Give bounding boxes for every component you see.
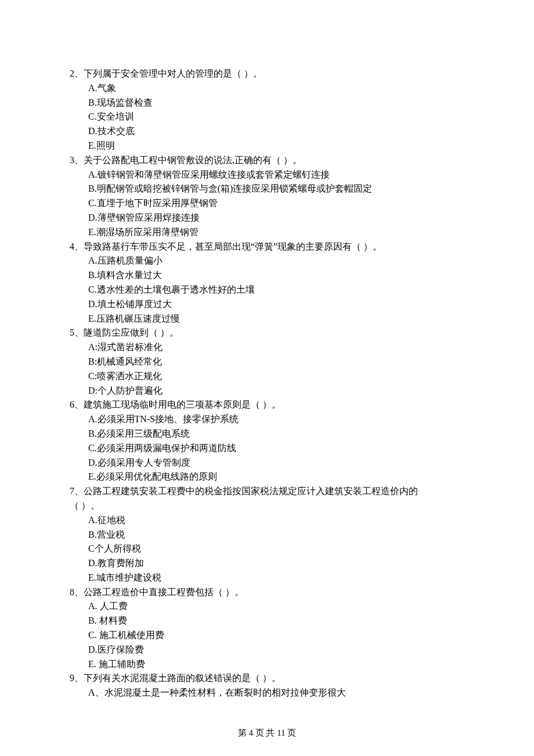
options-list: A:湿式凿岩标准化B:机械通风经常化C:喷雾洒水正规化D:个人防护普遍化	[70, 340, 464, 398]
option: C.安全培训	[88, 110, 464, 124]
option: C.透水性差的土壤包裹于透水性好的土壤	[88, 283, 464, 297]
option: C:喷雾洒水正规化	[88, 369, 464, 384]
questions-container: 2、下列属于安全管理中对人的管理的是（ ）。A.气象B.现场监督检查C.安全培训…	[70, 67, 464, 700]
question-stem-text: 公路工程建筑安装工程费中的税金指按国家税法规定应计入建筑安装工程造价内的	[84, 486, 418, 496]
options-list: A.征地税B.营业税C个人所得税D.教育费附加E.城市维护建设税	[70, 513, 464, 585]
option: E.城市维护建设税	[88, 571, 464, 585]
question: 9、下列有关水泥混凝土路面的叙述错误的是（ ）。A、水泥混凝土是一种柔性材料，在…	[70, 671, 464, 700]
option: D:个人防护普遍化	[88, 384, 464, 398]
option: C. 施工机械使用费	[88, 628, 464, 643]
question-stem: 9、下列有关水泥混凝土路面的叙述错误的是（ ）。	[70, 671, 464, 686]
option: D.技术交底	[88, 124, 464, 139]
option: B.现场监督检查	[88, 96, 464, 110]
option: A.必须采用TN-S接地、接零保护系统	[88, 412, 464, 427]
question-number: 4、	[70, 242, 84, 251]
question-stem-text: 公路工程造价中直接工程费包括（ ）。	[84, 587, 244, 597]
option: B:机械通风经常化	[88, 355, 464, 369]
option: A.镀锌钢管和薄壁钢管应采用螺纹连接或套管紧定螺钉连接	[88, 168, 464, 182]
footer-page-number: 4	[248, 728, 253, 737]
question-stem-text: 下列属于安全管理中对人的管理的是（ ）。	[84, 69, 262, 78]
question-stem: 8、公路工程造价中直接工程费包括（ ）。	[70, 585, 464, 600]
option: E.压路机碾压速度过慢	[88, 312, 464, 326]
option: E. 施工辅助费	[88, 657, 464, 672]
option: E.潮湿场所应采用薄壁钢管	[88, 225, 464, 240]
options-list: A、水泥混凝土是一种柔性材料，在断裂时的相对拉伸变形很大	[70, 686, 464, 700]
option: E.必须采用优化配电线路的原则	[88, 470, 464, 484]
option: B.营业税	[88, 528, 464, 542]
question: 8、公路工程造价中直接工程费包括（ ）。A. 人工费B. 材料费C. 施工机械使…	[70, 585, 464, 672]
question-number: 6、	[70, 399, 84, 409]
options-list: A.压路机质量偏小B.填料含水量过大C.透水性差的土壤包裹于透水性好的土壤D.填…	[70, 254, 464, 326]
options-list: A.气象B.现场监督检查C.安全培训D.技术交底E.照明	[70, 81, 464, 153]
question-stem: 4、导致路基行车带压实不足，甚至局部出现“弹簧”现象的主要原因有（ ）。	[70, 240, 464, 254]
option: C个人所得税	[88, 542, 464, 556]
option: A.征地税	[88, 513, 464, 528]
question-number: 5、	[70, 327, 84, 337]
question: 4、导致路基行车带压实不足，甚至局部出现“弹簧”现象的主要原因有（ ）。A.压路…	[70, 240, 464, 326]
footer-middle: 页 共	[253, 728, 277, 737]
document-page: 2、下列属于安全管理中对人的管理的是（ ）。A.气象B.现场监督检查C.安全培训…	[0, 0, 534, 756]
question-stem-text: 建筑施工现场临时用电的三项基本原则是（ ）。	[84, 399, 281, 409]
question-stem: 3、关于公路配电工程中钢管敷设的说法,正确的有（ ）。	[70, 153, 464, 168]
question: 5、隧道防尘应做到（ ）。A:湿式凿岩标准化B:机械通风经常化C:喷雾洒水正规化…	[70, 326, 464, 398]
footer-total-pages: 11	[277, 728, 285, 737]
option: E.照明	[88, 139, 464, 153]
question-number: 7、	[70, 486, 84, 496]
option: B.必须采用三级配电系统	[88, 427, 464, 441]
option: A、水泥混凝土是一种柔性材料，在断裂时的相对拉伸变形很大	[88, 686, 464, 700]
option: D.必须采用专人专管制度	[88, 456, 464, 470]
footer-suffix: 页	[286, 728, 297, 737]
question-number: 2、	[70, 69, 84, 78]
question-stem-text: 关于公路配电工程中钢管敷设的说法,正确的有（ ）。	[84, 155, 302, 165]
option: D.医疗保险费	[88, 643, 464, 657]
option: B. 材料费	[88, 614, 464, 628]
option: D.教育费附加	[88, 556, 464, 571]
question-stem: 7、公路工程建筑安装工程费中的税金指按国家税法规定应计入建筑安装工程造价内的	[70, 484, 464, 499]
question: 2、下列属于安全管理中对人的管理的是（ ）。A.气象B.现场监督检查C.安全培训…	[70, 67, 464, 153]
question: 3、关于公路配电工程中钢管敷设的说法,正确的有（ ）。A.镀锌钢管和薄壁钢管应采…	[70, 153, 464, 240]
option: C.直埋于地下时应采用厚壁钢管	[88, 196, 464, 211]
question-stem-continuation: （ ）。	[70, 499, 464, 513]
question-stem: 5、隧道防尘应做到（ ）。	[70, 326, 464, 340]
question-number: 9、	[70, 673, 84, 683]
option: A. 人工费	[88, 599, 464, 614]
option: A.压路机质量偏小	[88, 254, 464, 268]
option: C.必须采用两级漏电保护和两道防线	[88, 441, 464, 456]
options-list: A. 人工费B. 材料费C. 施工机械使用费D.医疗保险费E. 施工辅助费	[70, 599, 464, 671]
options-list: A.镀锌钢管和薄壁钢管应采用螺纹连接或套管紧定螺钉连接B.明配钢管或暗挖被锌钢管…	[70, 168, 464, 240]
option: B.明配钢管或暗挖被锌钢管与盒(箱)连接应采用锁紧螺母或护套帽固定	[88, 182, 464, 196]
footer-prefix: 第	[238, 728, 249, 737]
question-number: 8、	[70, 587, 84, 597]
question-stem: 2、下列属于安全管理中对人的管理的是（ ）。	[70, 67, 464, 81]
option: D.薄壁钢管应采用焊接连接	[88, 211, 464, 225]
option: B.填料含水量过大	[88, 268, 464, 283]
question-number: 3、	[70, 155, 84, 165]
option: A.气象	[88, 81, 464, 96]
question: 6、建筑施工现场临时用电的三项基本原则是（ ）。A.必须采用TN-S接地、接零保…	[70, 398, 464, 484]
option: D.填土松铺厚度过大	[88, 297, 464, 312]
question-stem-text: 导致路基行车带压实不足，甚至局部出现“弹簧”现象的主要原因有（ ）。	[84, 242, 382, 251]
question-stem: 6、建筑施工现场临时用电的三项基本原则是（ ）。	[70, 398, 464, 412]
question-stem-text: 隧道防尘应做到（ ）。	[84, 327, 179, 337]
option: A:湿式凿岩标准化	[88, 340, 464, 355]
page-footer: 第 4 页 共 11 页	[0, 726, 534, 740]
options-list: A.必须采用TN-S接地、接零保护系统B.必须采用三级配电系统C.必须采用两级漏…	[70, 412, 464, 484]
question: 7、公路工程建筑安装工程费中的税金指按国家税法规定应计入建筑安装工程造价内的（ …	[70, 484, 464, 585]
question-stem-text: 下列有关水泥混凝土路面的叙述错误的是（ ）。	[84, 673, 281, 683]
